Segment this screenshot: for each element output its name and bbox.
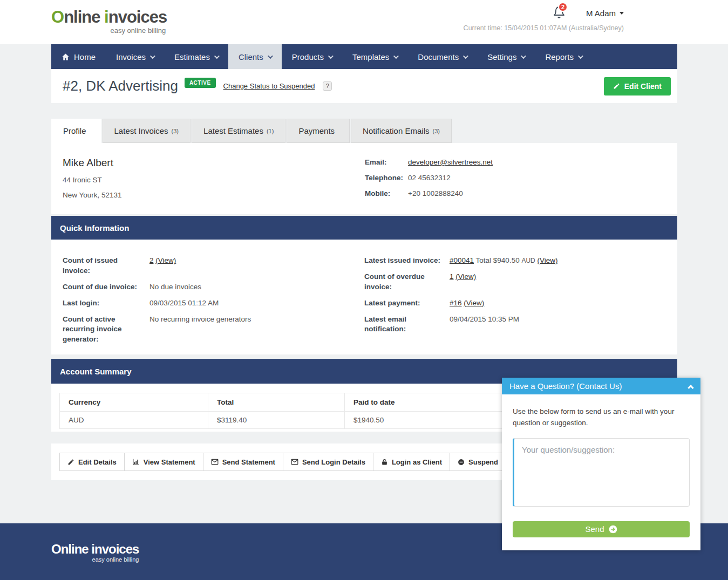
chevron-down-icon	[620, 12, 624, 15]
nav-item-invoices[interactable]: Invoices	[106, 44, 164, 69]
send-login-details-button[interactable]: Send Login Details	[283, 453, 373, 471]
qi-latest-email-row: Latest email notification: 09/04/2015 10…	[364, 315, 666, 335]
payment-number-link[interactable]: #16	[450, 299, 462, 307]
tab-notification-emails[interactable]: Notification Emails(3)	[351, 119, 452, 143]
tab-latest-estimates[interactable]: Latest Estimates(1)	[192, 119, 285, 143]
mobile-value: +20 1002888240	[408, 189, 463, 197]
view-link[interactable]: (View)	[538, 256, 558, 264]
chevron-down-icon	[214, 53, 220, 59]
send-statement-button[interactable]: Send Statement	[203, 453, 283, 471]
view-statement-button[interactable]: View Statement	[124, 453, 203, 471]
qi-last-login-row: Last login: 09/03/2015 01:12 AM	[63, 298, 364, 309]
pencil-icon	[613, 83, 620, 90]
contact-widget-description: Use the below form to send us an e-mail …	[513, 406, 690, 429]
telephone-value: 02 45632312	[408, 174, 451, 182]
client-contact: Email:developer@silvertrees.net Telephon…	[365, 157, 493, 214]
quick-information-body: Count of issued invoice: 2 (View) Count …	[51, 240, 677, 354]
chevron-down-icon	[268, 53, 273, 59]
nav-item-settings[interactable]: Settings	[477, 44, 535, 69]
cell-total: $3119.40	[208, 412, 345, 429]
chevron-down-icon	[150, 53, 155, 59]
nav-item-documents[interactable]: Documents	[407, 44, 477, 69]
nav-item-estimates[interactable]: Estimates	[164, 44, 228, 69]
edit-details-button[interactable]: Edit Details	[59, 453, 124, 471]
chevron-down-icon	[328, 53, 334, 59]
contact-widget-header[interactable]: Have a Question? (Contact Us)	[502, 378, 700, 394]
home-icon	[62, 53, 70, 61]
qi-latest-invoice-row: Latest issued invoice: #00041 Total $940…	[364, 256, 666, 266]
nav-item-templates[interactable]: Templates	[342, 44, 407, 69]
main-navbar: Home Invoices Estimates Clients Products…	[51, 44, 677, 69]
nav-item-home[interactable]: Home	[51, 44, 106, 69]
currency-code: AUD	[521, 257, 535, 264]
view-link[interactable]: (View)	[455, 272, 476, 281]
chevron-down-icon	[578, 53, 583, 59]
app-logo: Online invoices easy online billing	[51, 0, 167, 34]
chevron-up-icon	[688, 385, 693, 391]
tab-payments[interactable]: Payments	[287, 119, 350, 143]
email-label: Email:	[365, 158, 408, 166]
tab-latest-invoices[interactable]: Latest Invoices(3)	[103, 119, 191, 143]
current-time: Current time: 15/04/2015 01:07AM (Austra…	[464, 24, 624, 32]
email-link[interactable]: developer@silvertrees.net	[408, 158, 493, 166]
nav-item-products[interactable]: Products	[282, 44, 342, 69]
quick-information-header: Quick Information	[51, 216, 677, 240]
user-name: M Adam	[586, 9, 616, 18]
edit-client-button[interactable]: Edit Client	[604, 77, 671, 95]
notifications-bell[interactable]: 2	[552, 6, 566, 20]
qi-overdue-invoice-row: Count of overdue invoice: 1 (View)	[364, 272, 666, 292]
change-status-link[interactable]: Change Status to Suspended	[223, 82, 315, 90]
question-textarea[interactable]	[513, 438, 690, 507]
footer-logo-tagline: easy online billing	[51, 557, 139, 563]
cell-currency: AUD	[60, 412, 208, 429]
notification-count-badge: 2	[558, 2, 568, 12]
nav-item-reports[interactable]: Reports	[535, 44, 592, 69]
send-button[interactable]: Send	[513, 521, 690, 537]
top-header: Online invoices easy online billing 2 M …	[0, 0, 728, 44]
view-link[interactable]: (View)	[464, 299, 484, 307]
lock-icon	[381, 459, 388, 466]
qi-recurring-generator-row: Count of active recurring invoice genera…	[63, 315, 364, 345]
invoice-number-link[interactable]: #00041	[450, 256, 474, 264]
qi-due-invoice-row: Count of due invoice: No due invoices	[63, 282, 364, 292]
minus-circle-icon	[458, 459, 465, 466]
mobile-label: Mobile:	[365, 189, 408, 197]
chevron-down-icon	[521, 53, 526, 59]
arrow-right-circle-icon	[609, 525, 617, 534]
envelope-icon	[291, 458, 298, 466]
column-header-total: Total	[208, 393, 345, 412]
bar-chart-icon	[132, 458, 140, 466]
client-address-line1: 44 Ironic ST	[63, 176, 365, 184]
issued-invoice-count-link[interactable]: 2	[149, 256, 154, 264]
tab-profile[interactable]: Profile	[51, 119, 101, 143]
column-header-currency: Currency	[60, 393, 208, 412]
login-as-client-button[interactable]: Login as Client	[373, 453, 450, 471]
chevron-down-icon	[393, 53, 399, 59]
help-icon[interactable]: ?	[323, 81, 332, 91]
header-right: 2 M Adam Current time: 15/04/2015 01:07A…	[464, 5, 624, 32]
profile-card: Mike Albert 44 Ironic ST New Yourk, 5213…	[51, 143, 677, 214]
client-address-line2: New Yourk, 52131	[63, 191, 365, 199]
telephone-label: Telephone:	[365, 174, 408, 182]
page-title-bar: #2, DK Advertising ACTIVE Change Status …	[51, 69, 677, 103]
overdue-count-link[interactable]: 1	[450, 272, 454, 281]
qi-latest-payment-row: Latest payment: #16 (View)	[364, 298, 666, 309]
client-tabs: Profile Latest Invoices(3) Latest Estima…	[51, 119, 677, 143]
nav-item-clients[interactable]: Clients	[228, 44, 282, 69]
view-link[interactable]: (View)	[155, 256, 176, 264]
page-title: #2, DK Advertising	[63, 78, 178, 94]
chevron-down-icon	[463, 53, 468, 59]
status-badge: ACTIVE	[185, 78, 216, 88]
contact-widget-title: Have a Question? (Contact Us)	[509, 381, 622, 391]
client-name: Mike Albert	[63, 157, 365, 169]
contact-widget: Have a Question? (Contact Us) Use the be…	[502, 378, 700, 550]
logo-text: Online invoices	[51, 8, 167, 26]
envelope-icon	[211, 458, 219, 466]
pencil-icon	[67, 459, 74, 466]
footer-logo: Online invoices easy online billing	[51, 543, 139, 563]
logo-tagline: easy online billing	[51, 27, 167, 34]
suspend-button[interactable]: Suspend	[450, 453, 506, 471]
qi-issued-invoice-row: Count of issued invoice: 2 (View)	[63, 256, 364, 276]
user-menu[interactable]: M Adam	[586, 9, 624, 18]
